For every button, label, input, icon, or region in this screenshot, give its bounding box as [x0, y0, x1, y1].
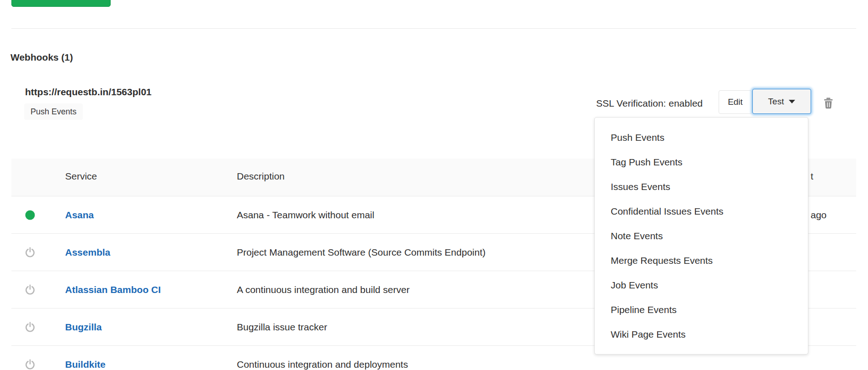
edit-button-label: Edit	[728, 97, 743, 107]
test-webhook-button[interactable]: Test	[752, 89, 811, 114]
edit-webhook-button[interactable]: Edit	[719, 90, 752, 114]
power-icon	[24, 321, 36, 333]
service-link[interactable]: Buildkite	[65, 359, 106, 370]
webhooks-section-title: Webhooks (1)	[10, 52, 73, 63]
service-description: Bugzilla issue tracker	[237, 322, 327, 333]
service-description: A continuous integration and build serve…	[237, 284, 409, 295]
add-webhook-button[interactable]	[11, 0, 111, 7]
service-link[interactable]: Assembla	[65, 247, 110, 258]
clipped-time-fragment: ago	[811, 210, 827, 221]
webhooks-settings-page: Webhooks (1) https://requestb.in/1563pl0…	[0, 0, 868, 370]
service-description: Continuous integration and deployments	[237, 359, 408, 370]
clipped-column-header-fragment: t	[811, 171, 813, 182]
test-button-label: Test	[768, 97, 784, 107]
service-link[interactable]: Asana	[65, 210, 94, 221]
service-description: Asana - Teamwork without email	[237, 210, 374, 221]
active-status-icon	[26, 210, 35, 220]
power-icon	[24, 284, 36, 296]
dropdown-item[interactable]: Job Events	[595, 273, 808, 298]
ssl-verification-status: SSL Verification: enabled	[596, 98, 703, 109]
dropdown-item[interactable]: Push Events	[595, 125, 808, 150]
service-link[interactable]: Bugzilla	[65, 322, 102, 333]
dropdown-item[interactable]: Issues Events	[595, 175, 808, 199]
webhook-url: https://requestb.in/1563pl01	[25, 87, 152, 98]
section-divider	[11, 28, 856, 29]
chevron-down-icon	[789, 100, 795, 103]
description-column-header: Description	[237, 171, 285, 182]
dropdown-item[interactable]: Wiki Page Events	[595, 322, 808, 347]
service-link[interactable]: Atlassian Bamboo CI	[65, 284, 161, 295]
test-dropdown-menu: Push EventsTag Push EventsIssues EventsC…	[594, 117, 808, 355]
dropdown-item[interactable]: Note Events	[595, 224, 808, 248]
dropdown-item[interactable]: Confidential Issues Events	[595, 199, 808, 224]
dropdown-item[interactable]: Tag Push Events	[595, 150, 808, 175]
delete-webhook-button[interactable]	[821, 96, 836, 111]
push-events-badge: Push Events	[24, 103, 83, 120]
trash-icon	[822, 104, 835, 111]
service-description: Project Management Software (Source Comm…	[237, 247, 485, 258]
dropdown-item[interactable]: Pipeline Events	[595, 298, 808, 322]
dropdown-item[interactable]: Merge Requests Events	[595, 248, 808, 273]
service-column-header: Service	[65, 171, 97, 182]
power-icon	[24, 359, 36, 370]
power-icon	[24, 247, 36, 258]
